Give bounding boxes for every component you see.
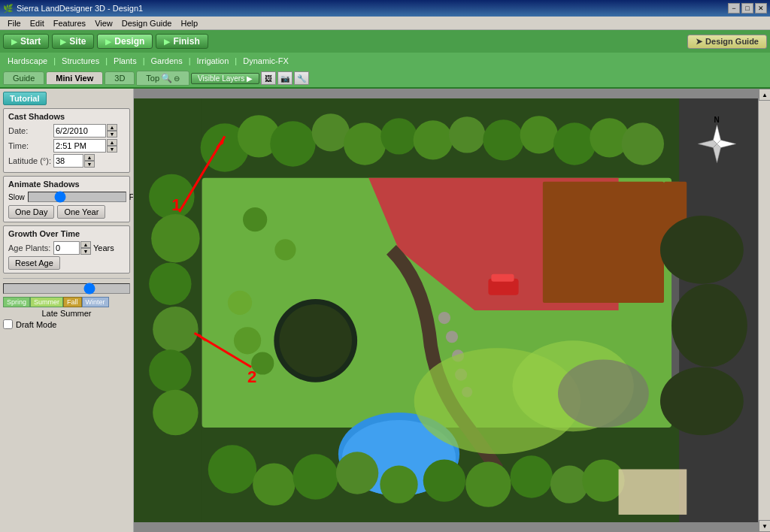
- site-play-icon: ▶: [60, 38, 66, 46]
- tb2-structures[interactable]: Structures: [57, 56, 104, 66]
- svg-point-57: [243, 207, 267, 231]
- zoom-in-icon[interactable]: 🔍: [161, 73, 172, 83]
- scroll-down-button[interactable]: ▼: [759, 520, 770, 532]
- slow-label: Slow: [8, 193, 25, 201]
- menu-help[interactable]: Help: [176, 18, 202, 29]
- tb2-dynamicfx[interactable]: Dynamic-FX: [238, 56, 293, 66]
- vertical-scrollbar[interactable]: ▲ ▼: [758, 89, 770, 532]
- zoom-out-icon[interactable]: ⊖: [174, 74, 180, 83]
- one-year-button[interactable]: One Year: [57, 205, 105, 219]
- svg-rect-7: [543, 182, 664, 303]
- age-label: Age Plants:: [8, 243, 53, 252]
- svg-point-54: [251, 352, 274, 374]
- menu-design-guide[interactable]: Design Guide: [117, 18, 177, 29]
- time-down-btn[interactable]: ▼: [107, 146, 117, 153]
- age-up-btn[interactable]: ▲: [80, 241, 91, 248]
- svg-point-31: [553, 122, 596, 165]
- menu-view[interactable]: View: [90, 18, 117, 29]
- maximize-button[interactable]: □: [741, 3, 753, 14]
- left-panel: Tutorial Cast Shadows Date: ▲ ▼ Time: ▲ …: [0, 89, 134, 532]
- date-up-btn[interactable]: ▲: [107, 124, 117, 131]
- tab-top[interactable]: Top 🔍 ⊖: [136, 71, 189, 86]
- time-spinner[interactable]: ▲ ▼: [107, 139, 117, 153]
- cast-shadows-group: Cast Shadows Date: ▲ ▼ Time: ▲ ▼ Latitud…: [3, 108, 130, 173]
- finish-button[interactable]: ▶ Finish: [156, 34, 208, 49]
- scroll-up-button[interactable]: ▲: [759, 89, 770, 101]
- fall-label[interactable]: Fall: [63, 297, 82, 307]
- svg-point-28: [449, 116, 485, 153]
- tb2-hardscape[interactable]: Hardscape: [3, 56, 52, 66]
- age-row: Age Plants: ▲ ▼ Years: [8, 241, 125, 255]
- spring-label[interactable]: Spring: [3, 297, 30, 307]
- tab-guide[interactable]: Guide: [3, 71, 44, 85]
- latitude-spinner[interactable]: ▲ ▼: [84, 154, 95, 168]
- tb2-plants[interactable]: Plants: [109, 56, 141, 66]
- latitude-input[interactable]: [53, 154, 83, 168]
- toolbar-icon1[interactable]: 🖼: [261, 71, 276, 85]
- svg-rect-59: [491, 274, 514, 282]
- start-label: Start: [20, 36, 41, 47]
- design-guide-label: Design Guide: [705, 37, 759, 46]
- time-up-btn[interactable]: ▲: [107, 139, 117, 146]
- titlebar-title: 🌿 Sierra LandDesigner 3D - Design1: [3, 4, 143, 14]
- svg-point-49: [465, 461, 511, 506]
- minimize-button[interactable]: −: [728, 3, 740, 14]
- reset-age-button[interactable]: Reset Age: [8, 256, 60, 270]
- design-guide-button[interactable]: ➤ Design Guide: [687, 35, 767, 49]
- age-down-btn[interactable]: ▼: [80, 248, 91, 255]
- tab-3d[interactable]: 3D: [105, 71, 135, 85]
- draft-mode-checkbox[interactable]: [3, 319, 13, 329]
- tb2-sep2: |: [105, 56, 108, 65]
- close-button[interactable]: ✕: [755, 3, 767, 14]
- toolbar-icon3[interactable]: 🔧: [294, 71, 309, 85]
- svg-point-34: [149, 174, 194, 219]
- svg-point-27: [414, 120, 453, 159]
- growth-title: Growth Over Time: [8, 229, 125, 238]
- tab-miniview[interactable]: Mini View: [46, 71, 103, 85]
- svg-point-40: [660, 216, 744, 284]
- time-input[interactable]: [53, 139, 106, 153]
- svg-point-42: [660, 367, 744, 436]
- menu-features[interactable]: Features: [49, 18, 90, 29]
- visible-layers-button[interactable]: Visible Layers ▶: [191, 73, 259, 84]
- season-slider[interactable]: [3, 283, 130, 294]
- lat-down-btn[interactable]: ▼: [84, 161, 95, 168]
- svg-point-35: [151, 214, 199, 262]
- menu-edit[interactable]: Edit: [26, 18, 49, 29]
- svg-point-55: [228, 291, 252, 315]
- svg-point-45: [293, 454, 338, 499]
- visible-layers-label: Visible Layers ▶: [198, 74, 253, 83]
- start-button[interactable]: ▶ Start: [3, 34, 49, 49]
- summer-label[interactable]: Summer: [30, 297, 63, 307]
- reset-age-label: Reset Age: [15, 258, 53, 268]
- svg-point-23: [270, 121, 315, 166]
- tb2-gardens[interactable]: Gardens: [147, 56, 187, 66]
- winter-label[interactable]: Winter: [82, 297, 109, 307]
- age-spinner[interactable]: ▲ ▼: [80, 241, 91, 255]
- design-guide-arrow-icon: ➤: [696, 37, 702, 47]
- category-toolbar: Hardscape | Structures | Plants | Garden…: [0, 53, 770, 69]
- tb2-sep4: |: [189, 56, 191, 65]
- scroll-track[interactable]: [759, 101, 770, 520]
- site-button[interactable]: ▶ Site: [52, 34, 94, 49]
- window-controls[interactable]: − □ ✕: [728, 3, 767, 14]
- lat-up-btn[interactable]: ▲: [84, 154, 95, 161]
- season-bar: Spring Summer Fall Winter: [3, 297, 130, 307]
- age-input[interactable]: [53, 241, 80, 255]
- date-input[interactable]: [53, 124, 106, 138]
- menu-file[interactable]: File: [3, 18, 26, 29]
- speed-slider[interactable]: [28, 192, 126, 202]
- date-down-btn[interactable]: ▼: [107, 131, 117, 138]
- tutorial-button[interactable]: Tutorial: [3, 92, 47, 105]
- garden-canvas-area[interactable]: N 1 2 ▲ ▼: [134, 89, 770, 532]
- one-day-button[interactable]: One Day: [8, 205, 54, 219]
- tb2-irrigation[interactable]: Irrigation: [192, 56, 234, 66]
- design-button[interactable]: ▶ Design: [97, 34, 153, 49]
- svg-point-43: [208, 445, 256, 493]
- app-title: Sierra LandDesigner 3D - Design1: [17, 4, 143, 13]
- svg-point-30: [520, 116, 558, 153]
- svg-text:N: N: [714, 116, 719, 124]
- draft-mode-label: Draft Mode: [16, 320, 56, 329]
- date-spinner[interactable]: ▲ ▼: [107, 124, 117, 138]
- toolbar-icon2[interactable]: 📷: [277, 71, 293, 85]
